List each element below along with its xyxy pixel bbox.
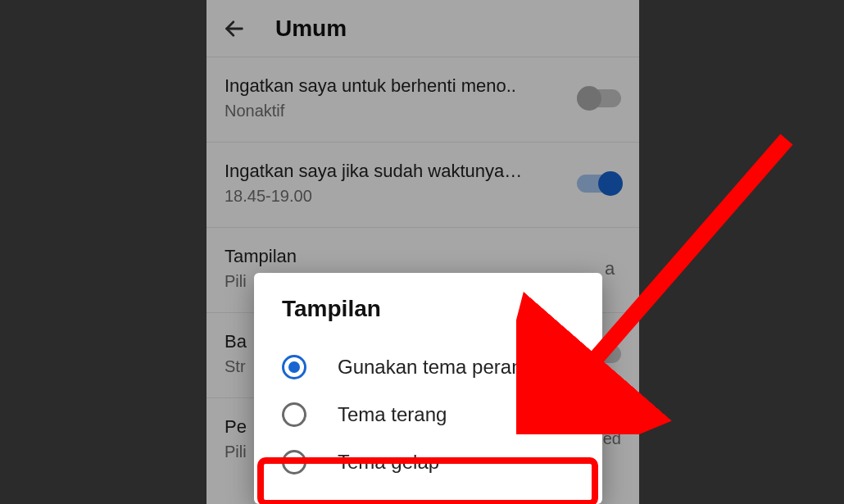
header: Umum bbox=[206, 0, 639, 57]
option-dark-theme[interactable]: Tema gelap bbox=[282, 438, 576, 486]
row-right-fragment: a bbox=[605, 258, 621, 279]
row-title: Ba bbox=[225, 331, 247, 352]
setting-row-reminder-time[interactable]: Ingatkan saya jika sudah waktunya… 18.45… bbox=[206, 143, 639, 228]
option-label: Tema gelap bbox=[338, 450, 439, 474]
radio-icon bbox=[282, 450, 306, 474]
row-sub: Pili bbox=[225, 443, 247, 461]
row-sub: Str bbox=[225, 357, 247, 376]
dialog-title: Tampilan bbox=[282, 296, 576, 322]
row-right-fragment: ed bbox=[603, 429, 621, 448]
row-title: Pe bbox=[225, 416, 247, 438]
option-device-theme[interactable]: Gunakan tema perangkat bbox=[282, 343, 576, 391]
appearance-dialog: Tampilan Gunakan tema perangkat Tema ter… bbox=[254, 273, 602, 504]
option-label: Tema terang bbox=[338, 402, 447, 427]
page-title: Umum bbox=[275, 16, 347, 42]
radio-icon bbox=[282, 355, 306, 379]
row-title: Ingatkan saya jika sudah waktunya… bbox=[225, 161, 522, 182]
row-title: Tampilan bbox=[225, 246, 297, 267]
toggle-reminder-stop[interactable] bbox=[577, 89, 621, 107]
toggle-reminder-time[interactable] bbox=[577, 175, 621, 193]
radio-icon bbox=[282, 402, 306, 427]
row-title: Ingatkan saya untuk berhenti meno.. bbox=[225, 75, 516, 97]
option-light-theme[interactable]: Tema terang bbox=[282, 391, 576, 438]
setting-row-reminder-stop[interactable]: Ingatkan saya untuk berhenti meno.. Nona… bbox=[206, 57, 639, 143]
option-label: Gunakan tema perangkat bbox=[338, 355, 560, 379]
row-sub: 18.45-19.00 bbox=[225, 187, 522, 206]
back-arrow-icon[interactable] bbox=[223, 17, 246, 40]
row-sub: Nonaktif bbox=[225, 102, 516, 120]
